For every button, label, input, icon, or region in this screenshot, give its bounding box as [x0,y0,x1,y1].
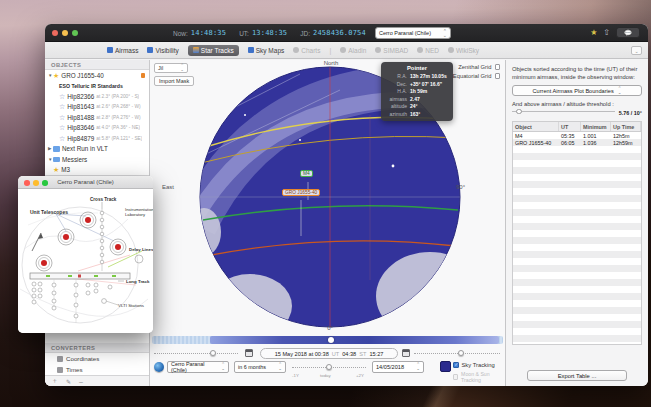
tab-simbad[interactable]: SIMBAD [375,47,408,54]
close-button[interactable] [24,180,30,186]
status-badge [141,73,146,78]
table-header: Object UT Minimum Up Time [513,122,641,132]
minimize-button[interactable] [62,30,68,36]
ut-value: 13:48:35 [252,29,287,37]
paranal-window-title: Cerro Paranal (Chile) [57,179,114,185]
select-arrows-icon: ⌃⌄ [443,29,447,37]
sky-color-swatch[interactable] [440,361,451,372]
north-label: North [316,60,346,66]
date-field[interactable]: 14/05/2018⌃⌄ [372,361,424,373]
toolbar-overflow-dropdown[interactable]: ⌄ [631,46,642,55]
slider-knob[interactable] [326,364,332,370]
paranal-diagram: Unit Telescopes Cross Track Instrumentat… [18,189,153,333]
sidebar-item-hip83646[interactable]: ☆ Hip83646at 4.0° (PA 36° - NE) [45,123,149,134]
remove-object-button[interactable]: – [79,378,83,385]
slider-today-label: today [320,373,331,378]
vlti-station-icons [32,282,112,318]
sidebar-item-hip84879[interactable]: ☆ Hip84879at 5.8° (PA 121° - SE) [45,133,149,144]
time-coarse-slider[interactable] [414,348,500,358]
zoom-button[interactable] [72,30,78,36]
feedback-button[interactable]: 💬 [616,27,640,38]
threshold-value: 5.76 / 10° [619,110,642,116]
night-band [210,336,499,344]
close-button[interactable] [52,30,58,36]
checkbox-icon[interactable] [453,374,458,380]
tab-ned[interactable]: NED [417,47,439,54]
now-value: 14:48:35 [191,29,226,37]
date-range-slider[interactable] [292,362,366,372]
sidebar-item-messiers[interactable]: ▼ Messiers [45,154,149,165]
edit-object-button[interactable]: ✎ [66,378,71,385]
tab-visibility[interactable]: Visibility [147,47,178,54]
star-icon: ★ [53,72,59,79]
sidebar-item-next-run[interactable]: ▶ Next Run in VLT [45,144,149,155]
sidebar-footer: ＋ ✎ – [45,375,149,386]
gro-map-label[interactable]: GRO J1655-40 [282,189,320,196]
tab-charts[interactable]: Charts [293,47,320,54]
star-outline-icon: ☆ [59,124,65,131]
sorted-objects-panel: Objects sorted according to the time (UT… [505,60,648,386]
table-body[interactable]: M4 05:35 1.001 12h5m GRO J1655-40 06:05 … [513,132,641,344]
checkbox-icon[interactable] [495,64,501,70]
toolbar-separator: | [329,47,331,54]
vlti-stations-label: VLTI Stations [118,303,145,308]
desktop: Now:14:48:35 UT:13:48:35 JD:2458436.0754… [0,0,651,407]
tab-sky-maps[interactable]: Sky Maps [248,47,285,54]
share-icon[interactable]: ⇧ [603,29,610,37]
import-mask-button[interactable]: Import Mask [154,76,194,86]
moon-sun-tracking-checkbox[interactable]: Moon & Sun Tracking [453,371,505,383]
sidebar-item-gro[interactable]: ▼ ★ GRO J1655-40 [45,70,149,81]
boundaries-select[interactable]: Current Airmass Plot Boundaries⌃⌄ [512,85,642,96]
star-point [392,165,395,168]
sidebar-item-hip81488[interactable]: ☆ Hip81488at 2.8° (PA 276° - W) [45,112,149,123]
calendar-icon[interactable] [402,349,410,357]
pointer-tooltip: Pointer R.A.13h 27m 10.05s Dec.+35° 07' … [381,62,453,121]
star-outline-icon: ☆ [59,93,65,100]
slider-knob[interactable] [210,350,216,356]
jd-label: JD: [300,30,310,37]
slider-knob[interactable] [516,109,522,115]
unit-telescopes-label: Unit Telescopes [30,209,68,215]
sidebar-subheader-eso: ESO Telluric IR Standards [45,81,149,92]
mask-select[interactable]: Jil⌃⌄ [154,63,188,73]
objects-header: OBJECTS [45,60,149,70]
sidebar-item-hip82366[interactable]: ☆ Hip82366at 2.3° (PA 200° - S) [45,91,149,102]
sidebar-item-hip81643[interactable]: ☆ Hip81643at 2.6° (PA 268° - W) [45,102,149,113]
night-timeline-bar[interactable] [152,336,503,344]
checkbox-icon[interactable] [495,73,501,79]
calendar-icon[interactable] [245,349,253,357]
observatory-select[interactable]: Cerro Paranal (Chile)⌃⌄ [375,27,451,39]
range-dropdown[interactable]: in 6 months⌃⌄ [234,361,286,373]
vst-telescope-icon [135,255,143,263]
export-table-button[interactable]: Export Table ... [527,370,627,381]
threshold-slider[interactable] [512,111,615,116]
simbad-icon [375,47,381,53]
favorite-icon[interactable]: ★ [590,29,597,37]
ned-icon [417,47,423,53]
converters-header: CONVERTERS [45,343,149,353]
slider-knob[interactable] [458,350,464,356]
time-knob[interactable] [328,337,334,343]
tab-airmass[interactable]: Airmass [107,47,138,54]
converter-coordinates[interactable]: Coordinates [45,353,149,364]
add-object-button[interactable]: ＋ [51,376,58,386]
paranal-window: Cerro Paranal (Chile) [18,176,153,333]
zoom-button[interactable] [42,180,48,186]
tab-star-tracks[interactable]: Star Tracks [188,45,239,56]
sidebar-item-m3[interactable]: ★ M3 [45,165,149,176]
site-dropdown[interactable]: Cerro Paranal (Chile)⌃⌄ [167,361,229,373]
m4-map-label[interactable]: M4 [300,170,313,177]
azimuth-90-label: 90° [456,184,465,190]
converter-times[interactable]: Times [45,364,149,375]
sky-tracking-checkbox[interactable]: Sky Tracking [453,362,495,368]
datetime-pill[interactable]: 15 May 2018 at 00:38 UT04:38 ST15:27 [260,348,398,359]
checkbox-checked-icon[interactable] [453,362,459,368]
azimuth-0-label: 0° [320,325,340,331]
tab-wikisky[interactable]: WikiSky [448,47,479,54]
delay-lines-label: Delay Lines [129,247,153,252]
minimize-button[interactable] [33,180,39,186]
table-row[interactable]: GRO J1655-40 06:05 1.036 12h59m [513,139,641,146]
time-fine-slider[interactable] [154,348,238,358]
table-row[interactable]: M4 05:35 1.001 12h5m [513,132,641,139]
tab-aladin[interactable]: Aladin [340,47,366,54]
